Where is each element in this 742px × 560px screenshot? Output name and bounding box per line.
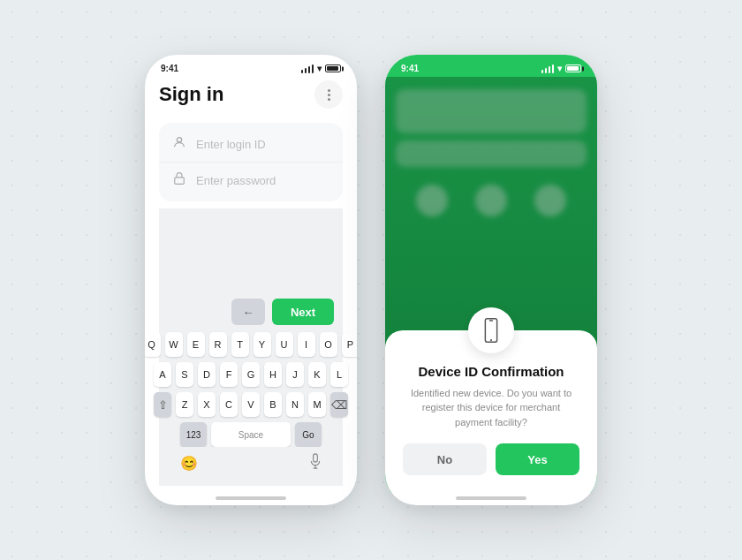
go-key[interactable]: Go	[295, 422, 322, 447]
lock-icon	[171, 171, 187, 189]
modal-description: Identified new device. Do you want to re…	[403, 386, 579, 430]
time-device: 9:41	[401, 64, 419, 73]
password-input-row[interactable]: Enter password	[159, 163, 343, 198]
key-c[interactable]: C	[220, 392, 238, 417]
signal-icon	[301, 64, 314, 73]
key-p[interactable]: P	[342, 332, 358, 357]
delete-key[interactable]: ⌫	[330, 392, 348, 417]
key-b[interactable]: B	[264, 392, 282, 417]
screens-container: 9:41 ▾ Sign in	[145, 55, 597, 505]
key-w[interactable]: W	[165, 332, 183, 357]
menu-button[interactable]	[314, 80, 343, 109]
svg-rect-1	[175, 178, 185, 185]
device-phone: 9:41 ▾	[385, 55, 597, 505]
keyboard: Q W E R T Y U I O P A S	[166, 332, 336, 447]
signin-header: Sign in	[159, 80, 343, 109]
smartphone-icon	[481, 318, 502, 343]
modal-title: Device ID Confirmation	[403, 364, 579, 379]
key-q[interactable]: Q	[145, 332, 161, 357]
keyboard-area: ← Next Q W E R T Y U	[159, 208, 343, 486]
space-key[interactable]: Space	[211, 422, 291, 447]
key-r[interactable]: R	[209, 332, 227, 357]
key-t[interactable]: T	[231, 332, 249, 357]
login-placeholder: Enter login ID	[196, 138, 266, 151]
signin-phone: 9:41 ▾ Sign in	[145, 55, 357, 505]
key-u[interactable]: U	[276, 332, 293, 357]
input-card: Enter login ID Enter password	[159, 123, 343, 201]
key-z[interactable]: Z	[176, 392, 193, 417]
modal-buttons: No Yes	[403, 443, 579, 475]
home-indicator-device	[456, 496, 526, 500]
key-g[interactable]: G	[242, 362, 260, 387]
keyboard-nav-row: ← Next	[166, 299, 336, 325]
signin-content: Sign in Enter login ID	[145, 77, 357, 493]
status-icons-device: ▾	[541, 64, 582, 73]
key-i[interactable]: I	[298, 332, 315, 357]
key-x[interactable]: X	[198, 392, 216, 417]
keyboard-row-4: 123 Space Go	[166, 422, 336, 447]
key-k[interactable]: K	[308, 362, 326, 387]
keyboard-row-3: ⇧ Z X C V B N M ⌫	[166, 392, 336, 417]
key-s[interactable]: S	[176, 362, 193, 387]
time-signin: 9:41	[161, 64, 178, 73]
mic-icon[interactable]	[309, 452, 322, 473]
num-key[interactable]: 123	[180, 422, 207, 447]
no-button[interactable]: No	[403, 443, 487, 475]
device-icon-wrapper	[468, 307, 514, 353]
shift-key[interactable]: ⇧	[154, 392, 171, 417]
modal-sheet: Device ID Confirmation Identified new de…	[385, 330, 597, 494]
app-background: Device ID Confirmation Identified new de…	[385, 77, 597, 493]
svg-rect-5	[485, 318, 496, 342]
emoji-icon[interactable]: 😊	[180, 455, 198, 472]
key-v[interactable]: V	[242, 392, 260, 417]
keyboard-row-2: A S D F G H J K L	[166, 362, 336, 387]
back-button[interactable]: ←	[231, 299, 265, 325]
key-l[interactable]: L	[330, 362, 348, 387]
key-o[interactable]: O	[320, 332, 337, 357]
key-d[interactable]: D	[198, 362, 216, 387]
key-y[interactable]: Y	[254, 332, 271, 357]
login-input-row[interactable]: Enter login ID	[159, 126, 343, 163]
status-bar-signin: 9:41 ▾	[145, 55, 357, 77]
key-f[interactable]: F	[220, 362, 238, 387]
key-j[interactable]: J	[286, 362, 304, 387]
menu-dots-icon	[328, 89, 330, 101]
svg-rect-2	[314, 454, 318, 462]
signal-icon-device	[541, 64, 555, 73]
yes-button[interactable]: Yes	[496, 443, 579, 475]
key-m[interactable]: M	[308, 392, 326, 417]
user-icon	[171, 135, 187, 153]
key-h[interactable]: H	[264, 362, 282, 387]
status-icons-signin: ▾	[301, 64, 342, 73]
home-indicator	[216, 496, 286, 500]
svg-point-7	[490, 338, 492, 340]
battery-icon-device	[565, 64, 581, 72]
wifi-icon-device: ▾	[557, 64, 562, 73]
modal-overlay: Device ID Confirmation Identified new de…	[385, 77, 597, 493]
next-button[interactable]: Next	[272, 299, 334, 325]
key-n[interactable]: N	[286, 392, 304, 417]
key-a[interactable]: A	[154, 362, 171, 387]
signin-title: Sign in	[159, 83, 223, 106]
status-bar-device: 9:41 ▾	[385, 55, 597, 77]
keyboard-bottom-bar: 😊	[166, 447, 336, 479]
password-placeholder: Enter password	[196, 174, 276, 187]
svg-point-0	[177, 138, 181, 142]
battery-icon	[325, 64, 341, 72]
wifi-icon: ▾	[317, 64, 322, 73]
key-e[interactable]: E	[187, 332, 205, 357]
keyboard-row-1: Q W E R T Y U I O P	[166, 332, 336, 357]
